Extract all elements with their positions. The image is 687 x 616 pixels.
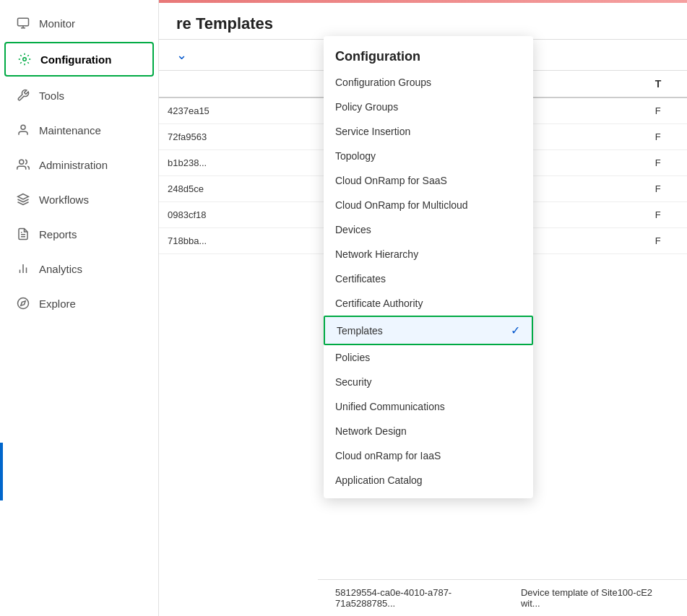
sidebar-item-administration-label: Administration [39,159,108,171]
blue-accent-bar [0,443,3,500]
cell-id: b1b238... [159,150,342,176]
cell-t: F [647,228,687,254]
dropdown-item-label: Cloud onRamp for IaaS [335,450,441,461]
bottom-row-description: Device template of Site100-cE2 wit... [521,587,670,609]
svg-marker-11 [21,301,25,305]
explore-icon [16,296,30,311]
dropdown-item-cloud-onramp-iaas[interactable]: Cloud onRamp for IaaS [324,443,533,468]
cell-id: 248d5ce [159,176,342,202]
dropdown-item-label: Security [335,376,372,388]
col-t: T [647,71,687,97]
dropdown-item-policy-groups[interactable]: Policy Groups [324,95,533,119]
cell-t: F [647,202,687,228]
administration-icon [16,157,30,172]
bottom-row-id: 58129554-ca0e-4010-a787-71a5288785... [335,587,506,609]
dropdown-item-cloud-onramp-saas[interactable]: Cloud OnRamp for SaaS [324,168,533,193]
dropdown-item-label: Network Design [335,425,407,437]
svg-point-2 [21,125,25,129]
dropdown-item-label: Network Hierarchy [335,248,418,260]
dropdown-title: Configuration [324,42,533,70]
configuration-icon [17,52,32,66]
dropdown-item-label: Devices [335,224,371,235]
dropdown-item-label: Cloud OnRamp for Multicloud [335,199,468,211]
svg-marker-4 [18,194,29,200]
dropdown-item-label: Unified Communications [335,401,445,412]
dropdown-item-unified-communications[interactable]: Unified Communications [324,394,533,419]
dropdown-item-label: Configuration Groups [335,77,431,88]
dropdown-item-label: Certificate Authority [335,298,423,309]
dropdown-item-policies[interactable]: Policies [324,345,533,370]
page-header: re Templates [159,3,687,40]
sidebar-item-tools-label: Tools [39,90,64,102]
cell-t: F [647,150,687,176]
dropdown-item-config-groups[interactable]: Configuration Groups [324,70,533,95]
svg-point-1 [23,58,27,61]
workflows-icon [16,192,30,207]
sidebar-item-analytics[interactable]: Analytics [4,253,154,285]
sidebar-item-tools[interactable]: Tools [4,79,154,111]
dropdown-item-certificates[interactable]: Certificates [324,266,533,291]
svg-point-3 [20,160,24,164]
dropdown-item-devices[interactable]: Devices [324,217,533,242]
sidebar-item-maintenance[interactable]: Maintenance [4,114,154,146]
sidebar-item-administration[interactable]: Administration [4,149,154,181]
dropdown-item-label: Application Catalog [335,474,423,486]
dropdown-item-label: Policies [335,352,370,363]
sidebar-item-monitor[interactable]: Monitor [4,7,154,39]
sidebar-item-explore[interactable]: Explore [4,287,154,319]
chevron-down-icon[interactable]: ⌄ [176,47,187,63]
dropdown-item-templates[interactable]: Templates✓ [324,316,533,345]
sidebar-item-explore-label: Explore [39,298,76,310]
cell-id: 0983cf18 [159,202,342,228]
dropdown-item-network-design[interactable]: Network Design [324,419,533,443]
dropdown-item-network-hierarchy[interactable]: Network Hierarchy [324,242,533,266]
svg-point-10 [18,298,29,309]
monitor-icon [16,16,30,30]
dropdown-item-label: Service Insertion [335,126,410,137]
col-id [159,71,342,97]
sidebar-item-reports-label: Reports [39,228,77,240]
dropdown-item-label: Policy Groups [335,101,398,113]
dropdown-item-label: Certificates [335,273,386,285]
main-content: re Templates ⌄ Description T 4237ea15 De… [159,0,687,616]
cell-t: F [647,97,687,124]
dropdown-item-label: Topology [335,150,376,162]
sidebar-item-analytics-label: Analytics [39,263,82,275]
dropdown-item-topology[interactable]: Topology [324,144,533,168]
sidebar-item-monitor-label: Monitor [39,17,75,30]
cell-t: F [647,124,687,150]
maintenance-icon [16,123,30,137]
sidebar-item-workflows-label: Workflows [39,194,89,206]
sidebar-item-maintenance-label: Maintenance [39,124,101,136]
check-icon: ✓ [511,324,520,337]
dropdown-item-label: Templates [337,325,383,337]
svg-rect-0 [18,18,29,26]
analytics-icon [16,261,30,276]
page-title: re Templates [176,14,670,33]
dropdown-item-application-catalog[interactable]: Application Catalog [324,468,533,493]
cell-id: 4237ea15 [159,97,342,124]
sidebar-item-reports[interactable]: Reports [4,218,154,250]
tools-icon [16,88,30,103]
dropdown-items: Configuration GroupsPolicy GroupsService… [324,70,533,493]
sidebar-item-workflows[interactable]: Workflows [4,183,154,215]
dropdown-item-certificate-authority[interactable]: Certificate Authority [324,291,533,316]
dropdown-item-cloud-onramp-multicloud[interactable]: Cloud OnRamp for Multicloud [324,193,533,217]
cell-id: 718bba... [159,228,342,254]
dropdown-item-service-insertion[interactable]: Service Insertion [324,119,533,144]
sidebar-item-configuration-label: Configuration [40,53,111,66]
cell-id: 72fa9563 [159,124,342,150]
configuration-dropdown: Configuration Configuration GroupsPolicy… [324,36,533,498]
sidebar-item-configuration[interactable]: Configuration [4,42,154,77]
cell-t: F [647,176,687,202]
dropdown-item-label: Cloud OnRamp for SaaS [335,175,447,186]
dropdown-item-security[interactable]: Security [324,370,533,394]
sidebar: Monitor Configuration Tools Maintenance … [0,0,159,616]
bottom-row: 58129554-ca0e-4010-a787-71a5288785... De… [318,579,687,616]
reports-icon [16,227,30,241]
